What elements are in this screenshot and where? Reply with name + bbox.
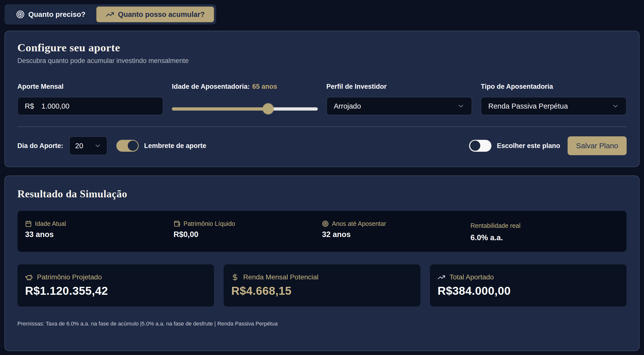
- tab-quanto-preciso[interactable]: Quanto preciso?: [7, 6, 95, 22]
- stat-idade-atual: Idade Atual 33 anos: [25, 220, 174, 252]
- escolher-plano-toggle[interactable]: [469, 140, 492, 152]
- tipo-aposentadoria-select[interactable]: Renda Passiva Perpétua: [481, 97, 627, 115]
- config-footer-row: Dia do Aporte: 20 Lembrete de aporte Esc…: [17, 136, 627, 155]
- highlight-value: R$4.668,15: [231, 284, 412, 298]
- stat-patrimonio-liquido: Patrimônio Líquido R$0,00: [174, 220, 322, 252]
- aporte-mensal-label: Aporte Mensal: [17, 82, 163, 90]
- highlight-cards: Patrimônio Projetado R$1.120.355,42 Rend…: [17, 264, 627, 307]
- stat-label: Anos até Aposentar: [332, 220, 386, 227]
- escolher-plano-label: Escolher este plano: [497, 142, 560, 150]
- perfil-investidor-value: Arrojado: [334, 102, 361, 110]
- stat-label: Idade Atual: [35, 220, 66, 227]
- tab-quanto-posso-acumular[interactable]: Quanto posso acumular?: [96, 6, 214, 22]
- piggy-bank-icon: [25, 274, 33, 281]
- configure-aporte-card: Configure seu aporte Descubra quanto pod…: [4, 31, 640, 167]
- stat-value: 32 anos: [322, 230, 470, 239]
- stat-label: Rentabilidade real: [470, 222, 521, 229]
- idade-aposentadoria-label: Idade de Aposentadoria:65 anos: [172, 82, 318, 90]
- aporte-mensal-input[interactable]: R$ 1.000,00: [17, 97, 163, 115]
- retirement-simulator-page: Quanto preciso? Quanto posso acumular? C…: [0, 0, 644, 355]
- field-aporte-mensal: Aporte Mensal R$ 1.000,00: [17, 82, 163, 115]
- idade-aposentadoria-slider[interactable]: [172, 103, 318, 114]
- dia-aporte-label: Dia do Aporte:: [17, 142, 63, 150]
- stat-label: Patrimônio Líquido: [184, 220, 235, 227]
- resultado-simulacao-card: Resultado da Simulação Idade Atual 33 an…: [4, 176, 640, 351]
- highlight-label: Renda Mensal Potencial: [243, 273, 318, 281]
- highlight-value: R$1.120.355,42: [25, 284, 206, 298]
- tab-label: Quanto posso acumular?: [118, 10, 205, 18]
- highlight-label: Total Aportado: [450, 273, 494, 281]
- total-aportado-card: Total Aportado R$384.000,00: [430, 264, 627, 307]
- calendar-icon: [25, 220, 32, 227]
- stat-value: 33 anos: [25, 230, 174, 239]
- slider-track[interactable]: [172, 107, 318, 111]
- result-card-title: Resultado da Simulação: [17, 188, 627, 200]
- target-icon: [16, 10, 24, 18]
- aporte-mensal-value: 1.000,00: [42, 102, 70, 110]
- salvar-plano-button[interactable]: Salvar Plano: [568, 136, 627, 155]
- stat-value: 6.0% a.a.: [470, 233, 619, 242]
- field-tipo-aposentadoria: Tipo de Aposentadoria Renda Passiva Perp…: [481, 82, 627, 115]
- tipo-aposentadoria-label: Tipo de Aposentadoria: [481, 82, 627, 90]
- patrimonio-projetado-card: Patrimônio Projetado R$1.120.355,42: [17, 264, 214, 307]
- highlight-label: Patrimônio Projetado: [37, 273, 102, 281]
- wallet-icon: [174, 220, 180, 227]
- premissas-text: Premissas: Taxa de 6.0% a.a. na fase de …: [17, 321, 627, 327]
- perfil-investidor-label: Perfil de Investidor: [326, 82, 472, 90]
- trending-up-icon: [438, 274, 445, 281]
- lembrete-aporte-label: Lembrete de aporte: [144, 142, 206, 150]
- chevron-down-icon: [94, 142, 102, 149]
- toggle-knob: [128, 141, 138, 151]
- tipo-aposentadoria-value: Renda Passiva Perpétua: [488, 102, 568, 110]
- renda-mensal-potencial-card: Renda Mensal Potencial R$4.668,15: [224, 264, 420, 307]
- dia-aporte-select[interactable]: 20: [69, 136, 108, 155]
- perfil-investidor-select[interactable]: Arrojado: [326, 97, 472, 115]
- config-form: Aporte Mensal R$ 1.000,00 Idade de Apose…: [17, 82, 627, 115]
- trending-up-icon: [106, 10, 114, 18]
- dia-aporte-value: 20: [75, 142, 83, 150]
- stat-rentabilidade-real: Rentabilidade real 6.0% a.a.: [470, 220, 619, 252]
- chevron-down-icon: [612, 102, 619, 110]
- toggle-knob: [470, 141, 480, 151]
- lembrete-aporte-toggle[interactable]: [116, 140, 139, 152]
- field-perfil-investidor: Perfil de Investidor Arrojado: [326, 82, 472, 115]
- highlight-value: R$384.000,00: [438, 284, 619, 298]
- target-icon: [322, 220, 329, 227]
- slider-fill: [172, 107, 268, 111]
- stats-bar: Idade Atual 33 anos Patrimônio Líquido R…: [17, 211, 627, 252]
- stat-value: R$0,00: [174, 230, 322, 239]
- tab-label: Quanto preciso?: [28, 10, 85, 18]
- slider-thumb[interactable]: [263, 103, 274, 114]
- stat-anos-ate-aposentar: Anos até Aposentar 32 anos: [322, 220, 470, 252]
- idade-aposentadoria-value: 65 anos: [252, 83, 277, 90]
- config-card-subtitle: Descubra quanto pode acumular investindo…: [17, 57, 627, 65]
- currency-prefix: R$: [25, 102, 34, 110]
- field-idade-aposentadoria: Idade de Aposentadoria:65 anos: [172, 82, 318, 115]
- config-card-title: Configure seu aporte: [17, 41, 627, 54]
- mode-tabs: Quanto preciso? Quanto posso acumular?: [4, 4, 216, 24]
- section-divider: [17, 126, 627, 127]
- chevron-down-icon: [457, 102, 465, 110]
- dollar-sign-icon: [231, 274, 239, 281]
